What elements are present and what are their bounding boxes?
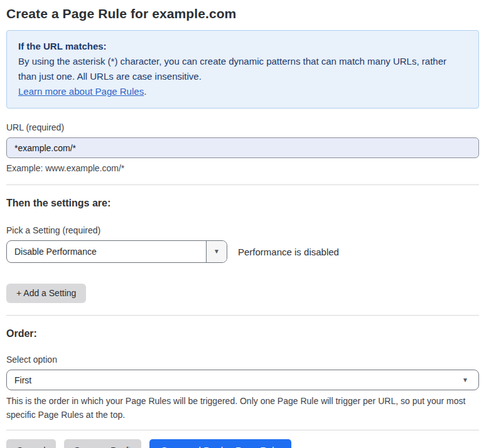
footer-actions: Cancel Save as Draft Save and Deploy Pag… — [6, 439, 479, 448]
info-box-body: By using the asterisk (*) character, you… — [18, 54, 467, 84]
setting-select[interactable]: Disable Performance ▼ — [6, 240, 227, 263]
section-divider — [6, 315, 479, 316]
order-select-label: Select option — [6, 355, 479, 365]
add-setting-button[interactable]: + Add a Setting — [6, 284, 86, 303]
settings-section-heading: Then the settings are: — [6, 198, 479, 209]
order-select[interactable]: First ▼ — [6, 370, 479, 390]
page-title: Create a Page Rule for example.com — [6, 6, 479, 21]
setting-select-value: Disable Performance — [7, 241, 206, 262]
chevron-down-icon: ▼ — [213, 248, 220, 255]
info-box-link-line: Learn more about Page Rules. — [18, 84, 467, 99]
cancel-button[interactable]: Cancel — [6, 439, 56, 448]
url-example-text: Example: www.example.com/* — [6, 163, 479, 173]
learn-more-link[interactable]: Learn more about Page Rules — [18, 86, 144, 97]
url-label: URL (required) — [6, 122, 479, 132]
section-divider — [6, 184, 479, 185]
chevron-down-icon: ▼ — [462, 377, 468, 383]
link-period: . — [144, 86, 146, 97]
order-help-text: This is the order in which your Page Rul… — [6, 394, 479, 422]
save-as-draft-button[interactable]: Save as Draft — [64, 439, 141, 448]
url-match-info-box: If the URL matches: By using the asteris… — [6, 30, 479, 109]
info-box-heading: If the URL matches: — [18, 39, 467, 54]
save-and-deploy-button[interactable]: Save and Deploy Page Rule — [149, 439, 291, 448]
order-section-heading: Order: — [6, 328, 479, 339]
pick-setting-label: Pick a Setting (required) — [6, 225, 479, 235]
setting-status-text: Performance is disabled — [238, 247, 339, 257]
setting-picker-row: Disable Performance ▼ Performance is dis… — [6, 240, 479, 263]
create-page-rule-panel: Create a Page Rule for example.com If th… — [6, 6, 479, 448]
footer-divider — [6, 430, 479, 430]
setting-select-arrow-button[interactable]: ▼ — [206, 241, 227, 262]
order-select-value: First — [14, 375, 31, 385]
url-input[interactable] — [6, 137, 479, 158]
